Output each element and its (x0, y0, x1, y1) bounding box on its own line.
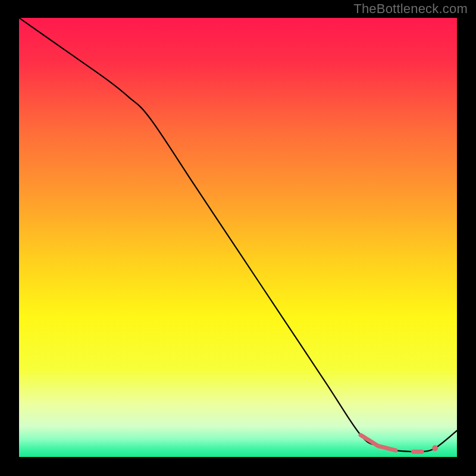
chart-frame: TheBottleneck.com (0, 0, 476, 476)
bottleneck-chart (19, 18, 457, 457)
plot-area (19, 18, 457, 457)
gradient-background (19, 18, 457, 457)
highlight-point (432, 445, 438, 451)
attribution-text: TheBottleneck.com (353, 1, 468, 17)
